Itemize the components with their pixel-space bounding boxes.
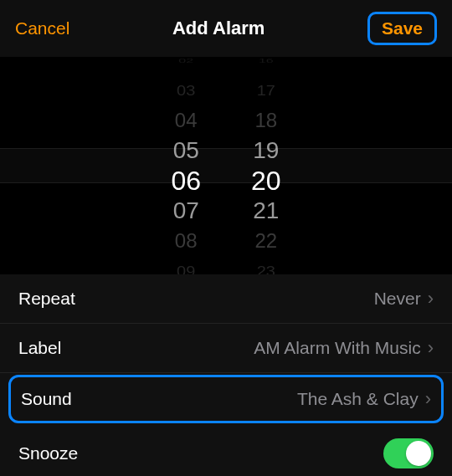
snooze-toggle[interactable] bbox=[383, 438, 434, 468]
picker-item: 16 bbox=[259, 57, 274, 68]
settings-list: Repeat Never › Label AM Alarm With Music… bbox=[0, 274, 452, 476]
row-label-setting[interactable]: Label AM Alarm With Music › bbox=[0, 324, 452, 373]
picker-item: 05 bbox=[173, 136, 199, 166]
picker-item: 19 bbox=[253, 136, 279, 166]
row-value: AM Alarm With Music bbox=[254, 338, 421, 358]
minute-picker-column[interactable]: 16 17 18 19 20 21 22 23 bbox=[251, 57, 281, 274]
picker-item-selected-hour: 06 bbox=[171, 166, 201, 196]
page-title: Add Alarm bbox=[172, 18, 265, 39]
picker-item: 18 bbox=[254, 105, 277, 136]
hour-picker-column[interactable]: 02 03 04 05 06 07 08 09 bbox=[171, 57, 201, 274]
row-value: The Ash & Clay bbox=[297, 389, 419, 409]
row-repeat[interactable]: Repeat Never › bbox=[0, 274, 452, 324]
chevron-right-icon: › bbox=[428, 337, 434, 359]
picker-item: 09 bbox=[177, 259, 195, 274]
picker-item: 08 bbox=[175, 226, 198, 256]
toggle-knob bbox=[406, 441, 431, 466]
row-label: Label bbox=[18, 338, 61, 358]
picker-item: 17 bbox=[257, 79, 275, 103]
save-button[interactable]: Save bbox=[367, 12, 437, 45]
picker-item: 07 bbox=[173, 196, 199, 226]
chevron-right-icon: › bbox=[428, 288, 434, 310]
row-label: Snooze bbox=[18, 443, 78, 463]
time-picker[interactable]: 02 03 04 05 06 07 08 09 16 17 18 19 20 2… bbox=[0, 57, 452, 274]
picker-item: 22 bbox=[254, 226, 277, 256]
picker-item: 03 bbox=[177, 79, 195, 103]
picker-item: 23 bbox=[257, 259, 275, 274]
row-value: Never bbox=[374, 289, 421, 309]
cancel-button[interactable]: Cancel bbox=[15, 18, 69, 38]
picker-item: 04 bbox=[175, 105, 198, 136]
picker-item: 02 bbox=[178, 57, 193, 68]
picker-item: 21 bbox=[253, 196, 279, 226]
picker-item-selected-minute: 20 bbox=[251, 166, 281, 196]
chevron-right-icon: › bbox=[425, 388, 431, 410]
row-label: Sound bbox=[21, 389, 72, 409]
row-label: Repeat bbox=[18, 289, 75, 309]
header-bar: Cancel Add Alarm Save bbox=[0, 0, 452, 57]
row-snooze: Snooze bbox=[0, 425, 452, 476]
row-sound[interactable]: Sound The Ash & Clay › bbox=[8, 375, 444, 423]
